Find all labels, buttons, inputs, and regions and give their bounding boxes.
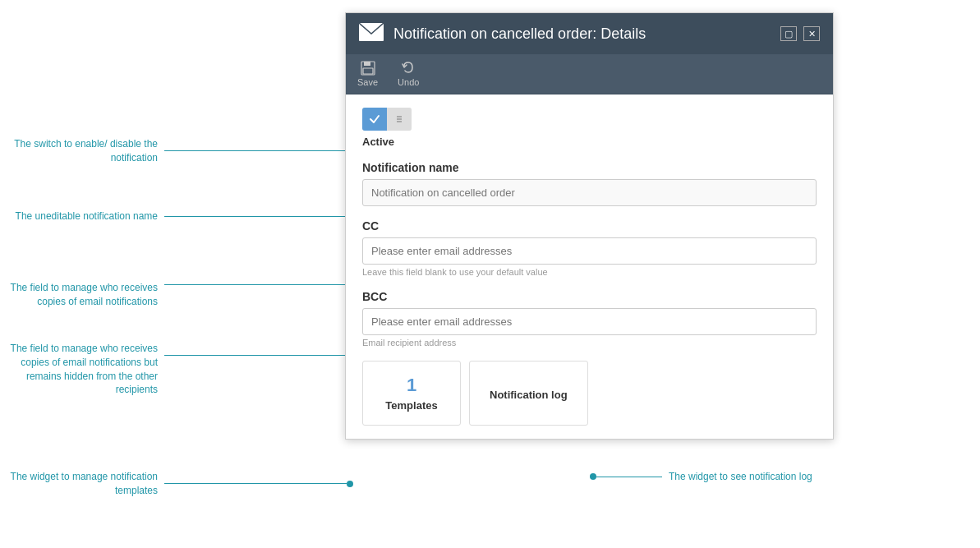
dialog-title-text: Notification on cancelled order: Details — [393, 25, 646, 43]
minimize-icon: ▢ — [784, 29, 793, 39]
undo-label: Undo — [398, 77, 419, 87]
bcc-input[interactable] — [362, 308, 817, 335]
annotation-bcc: The field to manage who receives copies … — [0, 338, 353, 397]
toggle-on-side — [362, 108, 387, 131]
toggle-label: Active — [362, 136, 817, 148]
active-toggle[interactable] — [362, 108, 412, 131]
templates-count: 1 — [383, 375, 440, 396]
templates-label: Templates — [383, 399, 440, 412]
cc-section: CC Leave this field blank to use your de… — [362, 219, 817, 277]
cc-input[interactable] — [362, 237, 817, 265]
annotation-notification-log: The widget to see notification log — [590, 470, 976, 484]
annotation-switch: The switch to enable/ disable the notifi… — [0, 137, 353, 165]
annotation-line-name — [164, 216, 347, 217]
close-icon: ✕ — [808, 29, 816, 39]
dialog-controls: ▢ ✕ — [780, 26, 820, 41]
save-label: Save — [357, 77, 378, 87]
bcc-section: BCC Email recipient address — [362, 290, 817, 348]
annotation-name: The uneditable notification name — [0, 210, 353, 223]
check-icon — [369, 113, 380, 125]
dialog-toolbar: Save Undo — [346, 54, 833, 94]
widgets-row: 1 Templates Notification log — [362, 361, 817, 426]
notification-log-widget[interactable]: Notification log — [469, 361, 588, 426]
notification-log-label: Notification log — [490, 389, 568, 401]
dialog-body: Active Notification name CC Leave this f… — [346, 94, 833, 439]
svg-rect-2 — [364, 62, 370, 66]
annotation-line-notif-log — [596, 477, 662, 477]
annotation-dot-templates — [347, 481, 353, 487]
toggle-off-side — [387, 108, 412, 131]
lines-icon — [394, 114, 404, 124]
templates-widget[interactable]: 1 Templates — [362, 361, 461, 426]
toggle-container[interactable] — [362, 108, 817, 131]
annotation-line-templates — [164, 483, 347, 484]
cc-hint: Leave this field blank to use your defau… — [362, 267, 817, 277]
annotation-cc: The field to manage who receives copies … — [0, 278, 353, 309]
close-button[interactable]: ✕ — [803, 26, 820, 41]
bcc-label: BCC — [362, 290, 817, 303]
cc-label: CC — [362, 219, 817, 233]
bcc-hint: Email recipient address — [362, 338, 817, 348]
dialog-titlebar: Notification on cancelled order: Details… — [346, 13, 833, 54]
dialog-window: Notification on cancelled order: Details… — [345, 12, 834, 440]
annotation-dot-notif-log — [590, 473, 596, 480]
notification-name-label: Notification name — [362, 161, 817, 174]
minimize-button[interactable]: ▢ — [780, 26, 797, 41]
save-icon — [361, 61, 375, 76]
mail-icon — [359, 23, 384, 44]
toggle-section: Active — [362, 108, 817, 148]
undo-icon — [401, 61, 416, 76]
save-button[interactable]: Save — [354, 59, 381, 89]
undo-button[interactable]: Undo — [394, 59, 422, 89]
svg-rect-3 — [363, 68, 373, 74]
annotation-templates: The widget to manage notification templa… — [0, 470, 353, 498]
notification-name-input — [362, 179, 817, 206]
annotation-line-switch — [164, 150, 347, 151]
notification-name-section: Notification name — [362, 161, 817, 206]
dialog-title-area: Notification on cancelled order: Details — [359, 23, 646, 44]
